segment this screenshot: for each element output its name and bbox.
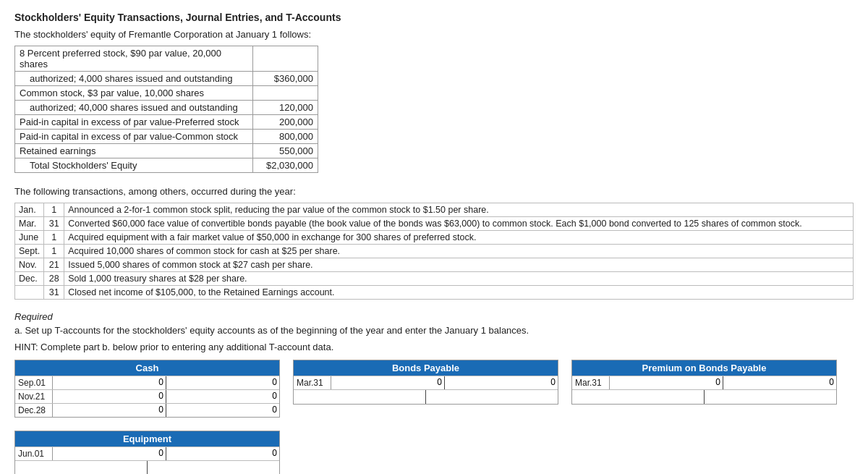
page-title: Stockholders' Equity Transactions, Journ… [14, 12, 854, 23]
tx-date-2: June [15, 231, 44, 245]
tx-desc-4: Issued 5,000 shares of common stock at $… [64, 258, 854, 272]
intro-text: The stockholders' equity of Fremantle Co… [14, 29, 854, 40]
equity-row-value-2 [253, 86, 318, 101]
t-account-cash: Cash Sep.01Nov.21Dec.28 [14, 360, 280, 418]
right-input[interactable] [166, 390, 279, 402]
t-account-cash-header: Cash [15, 360, 279, 376]
equity-row-label-1: authorized; 4,000 shares issued and outs… [15, 72, 253, 86]
left-input[interactable] [53, 404, 166, 415]
equity-row-value-4: 200,000 [253, 115, 318, 130]
t-account-premium-bonds-header: Premium on Bonds Payable [572, 360, 836, 376]
tx-date-4: Nov. [15, 258, 44, 272]
right-input[interactable] [723, 376, 836, 388]
tx-date-5: Dec. [15, 272, 44, 286]
right-input[interactable] [166, 447, 279, 459]
left-input[interactable] [331, 376, 444, 388]
row-label: Jun.01 [15, 447, 53, 460]
t-account-bonds-payable-header: Bonds Payable [294, 360, 558, 376]
equity-row-label-4: Paid-in capital in excess of par value-P… [15, 115, 253, 130]
tx-date-0: Jan. [15, 203, 44, 217]
t-account-equipment-body: Jun.01 [15, 447, 279, 460]
equity-table: 8 Percent preferred stock, $90 par value… [14, 46, 318, 173]
required-label: Required [14, 311, 854, 322]
tx-date-3: Sept. [15, 245, 44, 258]
t-account-bonds-payable: Bonds Payable Mar.31 [293, 360, 558, 405]
row-label: Mar.31 [572, 376, 610, 389]
right-input[interactable] [166, 404, 279, 415]
t-accounts-container: Cash Sep.01Nov.21Dec.28 Bonds Payable Ma… [14, 360, 854, 474]
equity-row-value-3: 120,000 [253, 101, 318, 115]
row-label: Dec.28 [15, 404, 53, 417]
left-input[interactable] [53, 376, 166, 388]
bonds-empty-row [294, 389, 558, 404]
t-account-equipment-header: Equipment [15, 431, 279, 447]
equity-row-value-6: 550,000 [253, 144, 318, 158]
t-account-cash-body: Sep.01Nov.21Dec.28 [15, 376, 279, 417]
equity-row-value-5: 800,000 [253, 130, 318, 144]
right-input[interactable] [445, 376, 558, 388]
row-label: Nov.21 [15, 390, 53, 403]
tx-desc-2: Acquired equipment with a fair market va… [64, 231, 854, 245]
tx-num-6: 31 [44, 286, 64, 300]
tx-desc-1: Converted $60,000 face value of converti… [64, 217, 854, 231]
equipment-empty-row [15, 460, 279, 474]
equity-row-value-1: $360,000 [253, 72, 318, 86]
list-item: Jun.01 [15, 447, 279, 460]
list-item: Mar.31 [572, 376, 836, 389]
tx-num-4: 21 [44, 258, 64, 272]
list-item: Sep.01 [15, 376, 279, 389]
left-input[interactable] [53, 447, 166, 459]
tx-num-2: 1 [44, 231, 64, 245]
hint-text: HINT: Complete part b. below prior to en… [14, 342, 854, 352]
tx-num-0: 1 [44, 203, 64, 217]
t-account-premium-bonds: Premium on Bonds Payable Mar.31 [571, 360, 837, 405]
list-item: Nov.21 [15, 389, 279, 403]
right-input[interactable] [166, 376, 279, 388]
required-a-text: a. Set up T-accounts for the stockholder… [14, 325, 854, 336]
tx-num-5: 28 [44, 272, 64, 286]
transactions-intro: The following transactions, among others… [14, 186, 854, 197]
t-account-bonds-payable-body: Mar.31 [294, 376, 558, 389]
transactions-table: Jan.1Announced a 2-for-1 common stock sp… [14, 203, 854, 300]
t-account-premium-bonds-body: Mar.31 [572, 376, 836, 389]
list-item: Mar.31 [294, 376, 558, 389]
tx-num-1: 31 [44, 217, 64, 231]
equity-row-label-6: Retained earnings [15, 144, 253, 158]
equity-row-label-7: Total Stockholders' Equity [15, 158, 253, 173]
tx-desc-5: Sold 1,000 treasury shares at $28 per sh… [64, 272, 854, 286]
tx-desc-0: Announced a 2-for-1 common stock split, … [64, 203, 854, 217]
tx-date-1: Mar. [15, 217, 44, 231]
equity-row-value-0 [253, 46, 318, 72]
left-input[interactable] [53, 390, 166, 402]
premium-empty-row [572, 389, 836, 404]
list-item: Dec.28 [15, 403, 279, 417]
left-input[interactable] [610, 376, 723, 388]
equity-row-label-3: authorized; 40,000 shares issued and out… [15, 101, 253, 115]
t-account-equipment: Equipment Jun.01 [14, 431, 280, 474]
row-label: Mar.31 [294, 376, 331, 389]
tx-desc-6: Closed net income of $105,000, to the Re… [64, 286, 854, 300]
tx-date-6 [15, 286, 44, 300]
equity-row-label-2: Common stock, $3 par value, 10,000 share… [15, 86, 253, 101]
tx-num-3: 1 [44, 245, 64, 258]
equity-row-value-7: $2,030,000 [253, 158, 318, 173]
equity-row-label-0: 8 Percent preferred stock, $90 par value… [15, 46, 253, 72]
row-label: Sep.01 [15, 376, 53, 389]
equity-row-label-5: Paid-in capital in excess of par value-C… [15, 130, 253, 144]
tx-desc-3: Acquired 10,000 shares of common stock f… [64, 245, 854, 258]
